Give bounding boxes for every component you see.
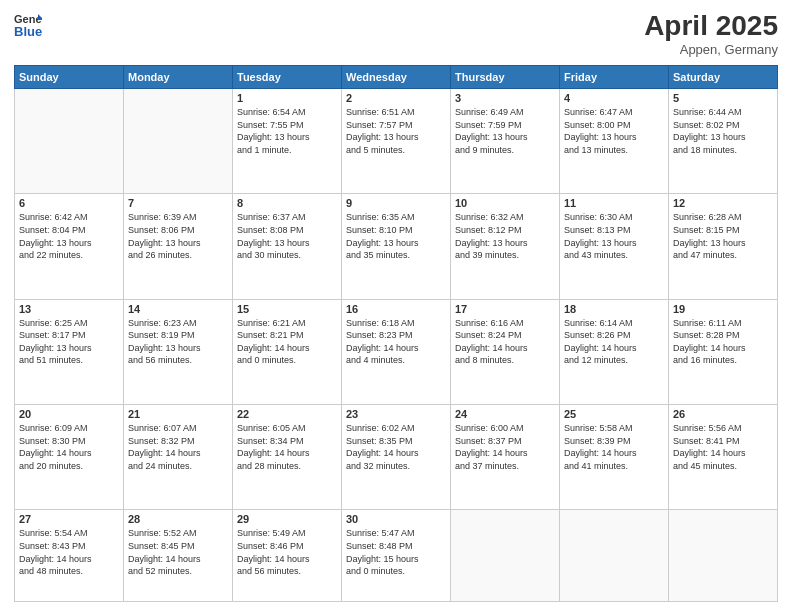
day-info: Sunrise: 6:32 AM Sunset: 8:12 PM Dayligh… [455,211,555,261]
table-row [669,510,778,602]
day-info: Sunrise: 6:30 AM Sunset: 8:13 PM Dayligh… [564,211,664,261]
table-row: 28Sunrise: 5:52 AM Sunset: 8:45 PM Dayli… [124,510,233,602]
table-row: 2Sunrise: 6:51 AM Sunset: 7:57 PM Daylig… [342,89,451,194]
table-row: 5Sunrise: 6:44 AM Sunset: 8:02 PM Daylig… [669,89,778,194]
table-row: 3Sunrise: 6:49 AM Sunset: 7:59 PM Daylig… [451,89,560,194]
day-info: Sunrise: 5:49 AM Sunset: 8:46 PM Dayligh… [237,527,337,577]
table-row: 11Sunrise: 6:30 AM Sunset: 8:13 PM Dayli… [560,194,669,299]
header: General Blue April 2025 Appen, Germany [14,10,778,57]
table-row [451,510,560,602]
day-number: 23 [346,408,446,420]
table-row: 6Sunrise: 6:42 AM Sunset: 8:04 PM Daylig… [15,194,124,299]
table-row: 24Sunrise: 6:00 AM Sunset: 8:37 PM Dayli… [451,404,560,509]
table-row: 21Sunrise: 6:07 AM Sunset: 8:32 PM Dayli… [124,404,233,509]
table-row: 22Sunrise: 6:05 AM Sunset: 8:34 PM Dayli… [233,404,342,509]
day-info: Sunrise: 6:02 AM Sunset: 8:35 PM Dayligh… [346,422,446,472]
day-number: 4 [564,92,664,104]
day-number: 24 [455,408,555,420]
header-wednesday: Wednesday [342,66,451,89]
day-info: Sunrise: 6:37 AM Sunset: 8:08 PM Dayligh… [237,211,337,261]
day-number: 13 [19,303,119,315]
day-number: 19 [673,303,773,315]
day-info: Sunrise: 5:52 AM Sunset: 8:45 PM Dayligh… [128,527,228,577]
day-number: 9 [346,197,446,209]
day-number: 28 [128,513,228,525]
svg-text:Blue: Blue [14,24,42,38]
day-number: 21 [128,408,228,420]
day-info: Sunrise: 6:07 AM Sunset: 8:32 PM Dayligh… [128,422,228,472]
day-number: 16 [346,303,446,315]
day-info: Sunrise: 6:25 AM Sunset: 8:17 PM Dayligh… [19,317,119,367]
day-number: 29 [237,513,337,525]
day-number: 10 [455,197,555,209]
day-info: Sunrise: 5:54 AM Sunset: 8:43 PM Dayligh… [19,527,119,577]
page-subtitle: Appen, Germany [644,42,778,57]
day-number: 17 [455,303,555,315]
table-row: 18Sunrise: 6:14 AM Sunset: 8:26 PM Dayli… [560,299,669,404]
day-info: Sunrise: 6:42 AM Sunset: 8:04 PM Dayligh… [19,211,119,261]
table-row: 20Sunrise: 6:09 AM Sunset: 8:30 PM Dayli… [15,404,124,509]
day-info: Sunrise: 5:47 AM Sunset: 8:48 PM Dayligh… [346,527,446,577]
header-friday: Friday [560,66,669,89]
title-block: April 2025 Appen, Germany [644,10,778,57]
day-info: Sunrise: 6:09 AM Sunset: 8:30 PM Dayligh… [19,422,119,472]
day-number: 15 [237,303,337,315]
table-row [560,510,669,602]
day-info: Sunrise: 6:05 AM Sunset: 8:34 PM Dayligh… [237,422,337,472]
day-info: Sunrise: 6:49 AM Sunset: 7:59 PM Dayligh… [455,106,555,156]
day-info: Sunrise: 6:21 AM Sunset: 8:21 PM Dayligh… [237,317,337,367]
day-number: 26 [673,408,773,420]
table-row: 14Sunrise: 6:23 AM Sunset: 8:19 PM Dayli… [124,299,233,404]
day-number: 27 [19,513,119,525]
day-number: 22 [237,408,337,420]
table-row [15,89,124,194]
day-number: 11 [564,197,664,209]
table-row: 26Sunrise: 5:56 AM Sunset: 8:41 PM Dayli… [669,404,778,509]
table-row: 13Sunrise: 6:25 AM Sunset: 8:17 PM Dayli… [15,299,124,404]
day-number: 6 [19,197,119,209]
logo-icon: General Blue [14,10,42,38]
header-tuesday: Tuesday [233,66,342,89]
day-info: Sunrise: 6:28 AM Sunset: 8:15 PM Dayligh… [673,211,773,261]
day-info: Sunrise: 6:14 AM Sunset: 8:26 PM Dayligh… [564,317,664,367]
table-row: 19Sunrise: 6:11 AM Sunset: 8:28 PM Dayli… [669,299,778,404]
table-row: 7Sunrise: 6:39 AM Sunset: 8:06 PM Daylig… [124,194,233,299]
header-thursday: Thursday [451,66,560,89]
table-row: 10Sunrise: 6:32 AM Sunset: 8:12 PM Dayli… [451,194,560,299]
day-number: 25 [564,408,664,420]
table-row: 8Sunrise: 6:37 AM Sunset: 8:08 PM Daylig… [233,194,342,299]
day-info: Sunrise: 6:16 AM Sunset: 8:24 PM Dayligh… [455,317,555,367]
header-monday: Monday [124,66,233,89]
table-row: 12Sunrise: 6:28 AM Sunset: 8:15 PM Dayli… [669,194,778,299]
table-row: 15Sunrise: 6:21 AM Sunset: 8:21 PM Dayli… [233,299,342,404]
day-info: Sunrise: 6:51 AM Sunset: 7:57 PM Dayligh… [346,106,446,156]
day-number: 14 [128,303,228,315]
table-row: 23Sunrise: 6:02 AM Sunset: 8:35 PM Dayli… [342,404,451,509]
day-number: 5 [673,92,773,104]
day-info: Sunrise: 6:39 AM Sunset: 8:06 PM Dayligh… [128,211,228,261]
day-info: Sunrise: 6:11 AM Sunset: 8:28 PM Dayligh… [673,317,773,367]
day-number: 2 [346,92,446,104]
day-number: 7 [128,197,228,209]
page: General Blue April 2025 Appen, Germany S… [0,0,792,612]
day-number: 1 [237,92,337,104]
header-saturday: Saturday [669,66,778,89]
table-row: 16Sunrise: 6:18 AM Sunset: 8:23 PM Dayli… [342,299,451,404]
day-info: Sunrise: 5:58 AM Sunset: 8:39 PM Dayligh… [564,422,664,472]
logo: General Blue [14,10,42,38]
day-info: Sunrise: 6:00 AM Sunset: 8:37 PM Dayligh… [455,422,555,472]
table-row: 1Sunrise: 6:54 AM Sunset: 7:55 PM Daylig… [233,89,342,194]
day-info: Sunrise: 6:18 AM Sunset: 8:23 PM Dayligh… [346,317,446,367]
header-sunday: Sunday [15,66,124,89]
day-number: 3 [455,92,555,104]
table-row: 30Sunrise: 5:47 AM Sunset: 8:48 PM Dayli… [342,510,451,602]
table-row [124,89,233,194]
day-number: 30 [346,513,446,525]
day-info: Sunrise: 6:44 AM Sunset: 8:02 PM Dayligh… [673,106,773,156]
day-number: 12 [673,197,773,209]
calendar-header-row: Sunday Monday Tuesday Wednesday Thursday… [15,66,778,89]
page-title: April 2025 [644,10,778,42]
day-info: Sunrise: 5:56 AM Sunset: 8:41 PM Dayligh… [673,422,773,472]
calendar-table: Sunday Monday Tuesday Wednesday Thursday… [14,65,778,602]
day-info: Sunrise: 6:23 AM Sunset: 8:19 PM Dayligh… [128,317,228,367]
